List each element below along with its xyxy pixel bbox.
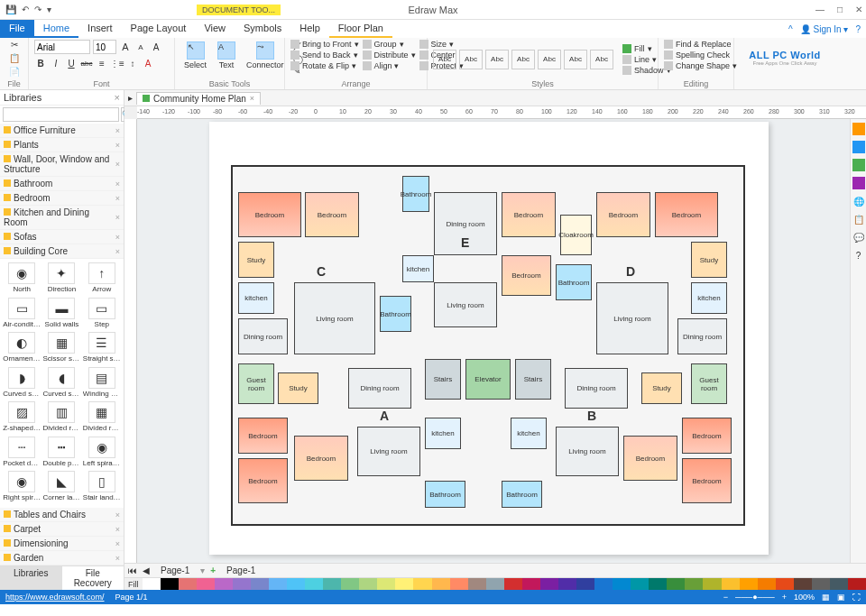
room-study[interactable]: Study xyxy=(641,372,682,404)
select-tool-button[interactable]: ↖Select xyxy=(180,40,210,71)
color-swatch[interactable] xyxy=(649,578,667,590)
room-bedroom[interactable]: Bedroom xyxy=(596,192,650,237)
window-maximize-button[interactable]: □ xyxy=(837,5,843,14)
library-category[interactable]: Sofas× xyxy=(0,230,124,244)
shape-item[interactable]: ┄Pocket door xyxy=(2,437,41,470)
room-stairs[interactable]: Stairs xyxy=(425,359,461,400)
color-swatch[interactable] xyxy=(486,578,504,590)
zoom-slider[interactable]: ───●─── xyxy=(735,593,775,602)
room-living[interactable]: Living room xyxy=(357,427,420,476)
color-swatch[interactable] xyxy=(576,578,594,590)
font-color-button[interactable]: A xyxy=(142,57,154,69)
room-kitchen[interactable]: kitchen xyxy=(238,282,274,314)
zoom-in-icon[interactable]: + xyxy=(782,593,787,602)
text-tool-button[interactable]: AText xyxy=(214,40,239,71)
color-swatch[interactable] xyxy=(251,578,269,590)
shape-item[interactable]: ◉Left spiral s... xyxy=(82,437,122,470)
copy-icon[interactable]: 📋 xyxy=(9,53,20,63)
style-preset-4[interactable]: Abc xyxy=(511,50,535,69)
window-minimize-button[interactable]: — xyxy=(815,5,825,14)
color-swatch[interactable] xyxy=(161,578,179,590)
shape-item[interactable]: ◉North xyxy=(2,262,41,296)
qat-save-icon[interactable]: 💾 xyxy=(5,5,16,14)
bring-to-front-button[interactable]: Bring to Front ▾ xyxy=(290,40,359,49)
color-swatch[interactable] xyxy=(540,578,558,590)
room-bedroom[interactable]: Bedroom xyxy=(238,418,288,454)
color-swatch[interactable] xyxy=(377,578,395,590)
shape-item[interactable]: ◉Right spiral... xyxy=(2,471,41,504)
align-button[interactable]: ≡ xyxy=(96,57,108,69)
style-preset-7[interactable]: Abc xyxy=(590,50,613,69)
color-swatch[interactable] xyxy=(740,578,758,590)
room-dining[interactable]: Dining room xyxy=(677,318,727,354)
send-to-back-button[interactable]: Send to Back ▾ xyxy=(290,51,359,60)
paste-icon[interactable]: 📄 xyxy=(9,67,20,77)
page-nav-prev-icon[interactable]: ◀ xyxy=(143,565,150,575)
library-category[interactable]: Carpet× xyxy=(0,522,124,537)
color-swatch[interactable] xyxy=(179,578,197,590)
library-category[interactable]: Garden× xyxy=(0,551,124,565)
room-bedroom[interactable]: Bedroom xyxy=(682,458,732,503)
shape-item[interactable]: ▥Divided ret... xyxy=(41,401,81,435)
room-bathroom[interactable]: Bathroom xyxy=(502,481,542,508)
room-kitchen[interactable]: kitchen xyxy=(691,282,727,314)
collapse-ribbon-icon[interactable]: ^ xyxy=(788,24,793,34)
clear-format-button[interactable]: A xyxy=(150,41,162,53)
tab-insert[interactable]: Insert xyxy=(78,20,122,38)
help-panel-icon[interactable]: ? xyxy=(852,249,865,262)
library-category[interactable]: Plants× xyxy=(0,138,124,152)
shape-item[interactable]: ◣Corner lan... xyxy=(41,471,81,504)
view-mode-1-icon[interactable]: ▦ xyxy=(822,593,830,602)
color-swatch[interactable] xyxy=(631,578,649,590)
style-preset-5[interactable]: Abc xyxy=(538,50,561,69)
spacing-button[interactable]: ↕ xyxy=(126,57,139,69)
doc-tab-home-icon[interactable]: ▸ xyxy=(128,93,133,103)
clipboard-icon[interactable]: 📋 xyxy=(852,213,865,225)
color-swatch[interactable] xyxy=(143,578,161,590)
color-swatch[interactable] xyxy=(359,578,377,590)
library-category[interactable]: Dimensioning× xyxy=(0,537,124,551)
qat-more-icon[interactable]: ▾ xyxy=(47,5,51,14)
bullets-button[interactable]: ⋮≡ xyxy=(111,57,124,69)
shape-item[interactable]: ▬Solid walls xyxy=(41,298,81,331)
color-swatch[interactable] xyxy=(450,578,468,590)
cut-icon[interactable]: ✂ xyxy=(11,40,18,50)
room-kitchen[interactable]: kitchen xyxy=(511,418,547,449)
shape-item[interactable]: ▯Stair landing xyxy=(82,471,122,504)
font-size-select[interactable] xyxy=(93,40,116,54)
qat-undo-icon[interactable]: ↶ xyxy=(22,5,29,14)
shape-item[interactable]: ▭Step xyxy=(82,298,122,331)
zoom-out-icon[interactable]: − xyxy=(723,593,728,602)
tab-file[interactable]: File xyxy=(0,20,34,38)
room-bathroom[interactable]: Bathroom xyxy=(425,481,465,508)
shape-item[interactable]: ◐Ornament... xyxy=(2,332,41,365)
library-category[interactable]: Office Furniture× xyxy=(0,124,124,138)
shape-item[interactable]: ┅Double po... xyxy=(41,437,81,470)
color-swatch[interactable] xyxy=(685,578,703,590)
window-close-button[interactable]: ✕ xyxy=(855,5,862,14)
font-decrease-button[interactable]: A xyxy=(134,41,147,53)
font-increase-button[interactable]: A xyxy=(119,41,132,53)
room-cloakroom[interactable]: Cloakroom xyxy=(560,215,592,255)
room-guest[interactable]: Guest room xyxy=(691,363,727,404)
shape-item[interactable]: ☰Straight sta... xyxy=(82,332,122,365)
room-bedroom[interactable]: Bedroom xyxy=(502,255,551,296)
color-swatch[interactable] xyxy=(848,578,866,590)
library-category[interactable]: Kitchen and Dining Room× xyxy=(0,206,124,230)
file-recovery-tab[interactable]: File Recovery xyxy=(62,566,124,590)
comment-icon[interactable]: 💬 xyxy=(852,231,865,244)
room-bedroom[interactable]: Bedroom xyxy=(238,192,301,237)
library-category[interactable]: Bedroom× xyxy=(0,191,124,206)
fullscreen-icon[interactable]: ⛶ xyxy=(852,593,861,602)
color-swatch[interactable] xyxy=(197,578,215,590)
tab-home[interactable]: Home xyxy=(34,20,78,38)
shape-item[interactable]: ◗Curved stai... xyxy=(2,367,41,400)
room-dining[interactable]: Dining room xyxy=(565,368,628,409)
style-preset-6[interactable]: Abc xyxy=(564,50,587,69)
color-swatch[interactable] xyxy=(830,578,848,590)
spelling-check-button[interactable]: Spelling Check xyxy=(664,51,737,60)
room-bedroom[interactable]: Bedroom xyxy=(655,192,718,237)
room-elevator[interactable]: Elevator xyxy=(465,359,511,400)
room-living[interactable]: Living room xyxy=(556,427,619,476)
tab-floor-plan[interactable]: Floor Plan xyxy=(329,20,392,38)
